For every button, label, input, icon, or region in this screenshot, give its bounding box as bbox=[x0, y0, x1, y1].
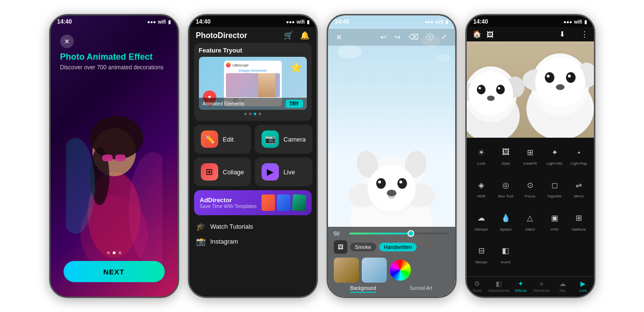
tool-blur[interactable]: ◎ Blur Tool bbox=[494, 174, 518, 207]
dog1-illustration bbox=[522, 41, 594, 138]
instagram-item[interactable]: 📸 Instagram bbox=[189, 234, 316, 249]
phone1-person-illustration bbox=[66, 90, 162, 273]
ad-thumb-2 bbox=[277, 195, 290, 211]
live-icon: ▶ bbox=[262, 163, 279, 181]
ad-thumb-3 bbox=[291, 194, 306, 211]
nav-adjustments[interactable]: ◧ Adjustments bbox=[487, 277, 511, 297]
live-nav-icon: ▶ bbox=[580, 280, 586, 287]
watch-tutorials-item[interactable]: 🎓 Watch Tutorials bbox=[189, 219, 316, 234]
main-feature-grid: ✏️ Edit 📷 Camera ⊞ Collage ▶ Live bbox=[194, 125, 312, 186]
signal-icon: ●●● bbox=[286, 19, 295, 25]
nav-live[interactable]: ▶ Live bbox=[573, 277, 593, 297]
instagram-label: Instagram bbox=[210, 238, 238, 245]
feature-title: Feature Tryout bbox=[199, 47, 307, 54]
look-label: Look bbox=[477, 161, 486, 166]
dehaze-label: Dehaze bbox=[475, 227, 488, 232]
cloud-3 bbox=[436, 54, 450, 63]
notification-icon[interactable]: 🔔 bbox=[300, 31, 310, 40]
svg-point-29 bbox=[547, 75, 550, 78]
cart-icon[interactable]: 🛒 bbox=[284, 31, 293, 40]
close-button[interactable]: ✕ bbox=[60, 35, 74, 48]
ad-thumbnails bbox=[262, 195, 306, 211]
tool-hdr[interactable]: ◈ HDR bbox=[470, 174, 494, 207]
smoke-chip[interactable]: Smoke bbox=[350, 243, 376, 251]
tool-mirror[interactable]: ⇌ Mirror bbox=[567, 174, 591, 207]
thumbnail-1[interactable] bbox=[334, 258, 359, 283]
mosaic-label: Mosaic bbox=[475, 260, 487, 264]
background-tab[interactable]: Background bbox=[350, 286, 376, 293]
gallery-icon[interactable]: 🖼 bbox=[486, 30, 494, 39]
look-icon: ☀ bbox=[473, 144, 489, 160]
dot-4 bbox=[259, 113, 261, 115]
signal-icon: ●●● bbox=[147, 19, 156, 25]
add-image-button[interactable]: 🖼 bbox=[334, 240, 347, 254]
feature-tryout-section: Feature Tryout Littlescope #Happy #momen… bbox=[194, 43, 312, 121]
tool-instafill[interactable]: ⊞ InstaFill bbox=[518, 142, 542, 174]
effects-nav-icon: ✦ bbox=[518, 280, 524, 287]
tool-mosaic[interactable]: ⊟ Mosaic bbox=[470, 240, 494, 273]
undo-icon[interactable]: ↩ bbox=[381, 33, 387, 42]
check-icon[interactable]: ✓ bbox=[441, 33, 447, 42]
slider-track[interactable] bbox=[349, 233, 449, 234]
tool-halftone[interactable]: ⊞ Halftone bbox=[567, 208, 591, 240]
collage-label: Collage bbox=[223, 169, 244, 176]
light-ray-label: Light Ray bbox=[571, 161, 587, 166]
slider-thumb[interactable] bbox=[407, 230, 414, 237]
tool-splash[interactable]: 💧 Splash bbox=[494, 208, 518, 240]
tools-nav-label: Tools bbox=[473, 288, 482, 293]
next-button[interactable]: NEXT bbox=[64, 261, 165, 282]
tool-focus[interactable]: ⊙ Focus bbox=[518, 174, 542, 207]
tool-light-ray[interactable]: ⋆ Light Ray bbox=[567, 142, 591, 174]
svg-point-40 bbox=[498, 87, 500, 90]
surreal-art-tab[interactable]: Surreal Art bbox=[409, 286, 432, 293]
thumbnail-2[interactable] bbox=[362, 258, 387, 283]
wifi-icon: wifi bbox=[574, 19, 582, 25]
tool-glitch[interactable]: △ Glitch bbox=[518, 208, 542, 240]
svg-point-30 bbox=[568, 75, 571, 78]
nav-effects[interactable]: ✦ Effects bbox=[511, 277, 531, 297]
try-button[interactable]: TRY bbox=[286, 100, 303, 108]
edit-button[interactable]: ✏️ Edit bbox=[194, 125, 251, 154]
live-button[interactable]: ▶ Live bbox=[255, 157, 313, 186]
svg-rect-5 bbox=[102, 155, 113, 161]
ad-director-banner[interactable]: AdDirector Save Time With Templates bbox=[194, 190, 312, 215]
insta-photo bbox=[226, 73, 280, 97]
download-icon[interactable]: ⬇ bbox=[559, 30, 565, 39]
tool-dehaze[interactable]: ☁ Dehaze bbox=[470, 208, 494, 240]
nav-sky[interactable]: ☁ Sky bbox=[552, 277, 573, 297]
dot-1 bbox=[107, 251, 110, 254]
instafill-label: InstaFill bbox=[524, 161, 537, 166]
tool-look[interactable]: ☀ Look bbox=[470, 142, 494, 174]
tool-vignette[interactable]: ◻ Vignette bbox=[542, 174, 566, 207]
tool-invert[interactable]: ◧ Invert bbox=[494, 240, 518, 273]
hashtag-text: #Happy #moments bbox=[226, 69, 280, 72]
nav-elements[interactable]: ⋄ Elements bbox=[531, 277, 552, 297]
glitch-label: Glitch bbox=[525, 227, 535, 232]
more-icon[interactable]: ⋮ bbox=[581, 30, 588, 39]
instafill-icon: ⊞ bbox=[522, 144, 538, 160]
handwritten-chip[interactable]: Handwritten bbox=[379, 243, 417, 251]
phone1-time: 14:40 bbox=[57, 18, 72, 25]
phone4-bottom-nav: ⚙ Tools ◧ Adjustments ✦ Effects ⋄ Elemen… bbox=[467, 276, 594, 297]
erase-icon[interactable]: ⌫ bbox=[408, 33, 419, 42]
svg-point-39 bbox=[478, 87, 481, 90]
light-hits-label: Light Hits bbox=[546, 161, 562, 166]
home-icon[interactable]: 🏠 bbox=[473, 30, 482, 39]
close-icon[interactable]: ✕ bbox=[336, 33, 342, 42]
tool-vhs[interactable]: ▣ VHS bbox=[542, 208, 566, 240]
adjustments-nav-label: Adjustments bbox=[488, 288, 510, 293]
insta-avatar bbox=[226, 63, 231, 67]
svg-point-38 bbox=[496, 85, 505, 94]
camera-button[interactable]: 📷 Camera bbox=[255, 125, 313, 154]
tool-light-hits[interactable]: ✦ Light Hits bbox=[542, 142, 566, 174]
collage-button[interactable]: ⊞ Collage bbox=[194, 157, 251, 186]
redo-icon[interactable]: ↪ bbox=[394, 33, 401, 42]
toolbar-right-icons: ↩ ↪ ⌫ ⓘ ✓ bbox=[381, 33, 447, 42]
phone1-title: Photo Animated Effect bbox=[60, 52, 168, 62]
info-icon[interactable]: ⓘ bbox=[426, 33, 434, 42]
nav-tools[interactable]: ⚙ Tools bbox=[467, 277, 487, 297]
adjustments-nav-icon: ◧ bbox=[496, 280, 502, 287]
tool-style[interactable]: 🖼 Style bbox=[494, 142, 518, 174]
color-wheel[interactable] bbox=[390, 260, 411, 281]
live-label: Live bbox=[284, 169, 295, 176]
